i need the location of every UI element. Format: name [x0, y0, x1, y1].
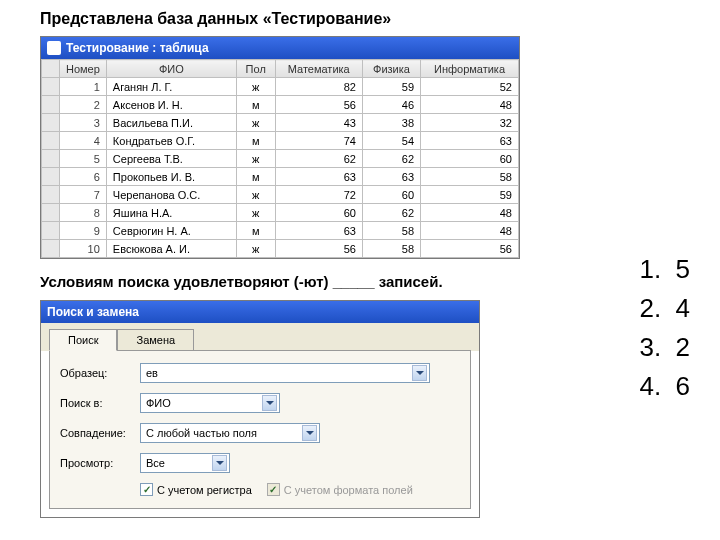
cell-info[interactable]: 48: [421, 96, 519, 114]
cell-math[interactable]: 72: [275, 186, 362, 204]
row-marker[interactable]: [42, 186, 60, 204]
table-row[interactable]: 7Черепанова О.С.ж726059: [42, 186, 519, 204]
cell-math[interactable]: 56: [275, 240, 362, 258]
row-marker[interactable]: [42, 168, 60, 186]
chevron-down-icon[interactable]: [412, 365, 427, 381]
table-row[interactable]: 4Кондратьев О.Г.м745463: [42, 132, 519, 150]
cell-info[interactable]: 32: [421, 114, 519, 132]
cell-info[interactable]: 52: [421, 78, 519, 96]
data-grid[interactable]: Номер ФИО Пол Математика Физика Информат…: [41, 59, 519, 258]
cell-number[interactable]: 2: [60, 96, 107, 114]
cell-math[interactable]: 62: [275, 150, 362, 168]
cell-sex[interactable]: м: [236, 168, 275, 186]
cell-sex[interactable]: м: [236, 96, 275, 114]
case-checkbox-wrap[interactable]: С учетом регистра: [140, 483, 252, 496]
tab-search[interactable]: Поиск: [49, 329, 117, 351]
question-text: Условиям поиска удовлетворяют (-ют) ____…: [40, 273, 680, 290]
row-marker[interactable]: [42, 96, 60, 114]
cell-fio[interactable]: Сергеева Т.В.: [106, 150, 236, 168]
cell-phys[interactable]: 58: [362, 240, 420, 258]
cell-sex[interactable]: ж: [236, 114, 275, 132]
cell-fio[interactable]: Васильева П.И.: [106, 114, 236, 132]
cell-fio[interactable]: Аксенов И. Н.: [106, 96, 236, 114]
cell-number[interactable]: 7: [60, 186, 107, 204]
cell-math[interactable]: 74: [275, 132, 362, 150]
cell-math[interactable]: 60: [275, 204, 362, 222]
searchin-select[interactable]: ФИО: [140, 393, 280, 413]
row-marker[interactable]: [42, 222, 60, 240]
cell-number[interactable]: 5: [60, 150, 107, 168]
cell-phys[interactable]: 62: [362, 204, 420, 222]
cell-phys[interactable]: 54: [362, 132, 420, 150]
cell-sex[interactable]: ж: [236, 78, 275, 96]
cell-number[interactable]: 3: [60, 114, 107, 132]
cell-phys[interactable]: 62: [362, 150, 420, 168]
cell-math[interactable]: 43: [275, 114, 362, 132]
col-sex[interactable]: Пол: [236, 60, 275, 78]
row-marker[interactable]: [42, 114, 60, 132]
tab-replace[interactable]: Замена: [117, 329, 194, 351]
cell-fio[interactable]: Прокопьев И. В.: [106, 168, 236, 186]
cell-phys[interactable]: 59: [362, 78, 420, 96]
cell-number[interactable]: 10: [60, 240, 107, 258]
cell-math[interactable]: 56: [275, 96, 362, 114]
cell-math[interactable]: 63: [275, 222, 362, 240]
table-row[interactable]: 1Аганян Л. Г.ж825952: [42, 78, 519, 96]
cell-phys[interactable]: 63: [362, 168, 420, 186]
cell-phys[interactable]: 60: [362, 186, 420, 204]
table-row[interactable]: 9Севрюгин Н. А.м635848: [42, 222, 519, 240]
cell-info[interactable]: 58: [421, 168, 519, 186]
col-math[interactable]: Математика: [275, 60, 362, 78]
view-select[interactable]: Все: [140, 453, 230, 473]
table-row[interactable]: 8Яшина Н.А.ж606248: [42, 204, 519, 222]
cell-phys[interactable]: 58: [362, 222, 420, 240]
cell-info[interactable]: 63: [421, 132, 519, 150]
cell-fio[interactable]: Кондратьев О.Г.: [106, 132, 236, 150]
row-marker[interactable]: [42, 240, 60, 258]
cell-info[interactable]: 60: [421, 150, 519, 168]
cell-math[interactable]: 82: [275, 78, 362, 96]
checkbox-icon[interactable]: [140, 483, 153, 496]
cell-sex[interactable]: м: [236, 132, 275, 150]
sample-input[interactable]: ев: [140, 363, 430, 383]
cell-fio[interactable]: Аганян Л. Г.: [106, 78, 236, 96]
cell-number[interactable]: 1: [60, 78, 107, 96]
cell-phys[interactable]: 38: [362, 114, 420, 132]
cell-fio[interactable]: Евсюкова А. И.: [106, 240, 236, 258]
cell-number[interactable]: 8: [60, 204, 107, 222]
cell-math[interactable]: 63: [275, 168, 362, 186]
cell-fio[interactable]: Яшина Н.А.: [106, 204, 236, 222]
table-row[interactable]: 3Васильева П.И.ж433832: [42, 114, 519, 132]
row-marker[interactable]: [42, 78, 60, 96]
table-row[interactable]: 6Прокопьев И. В.м636358: [42, 168, 519, 186]
table-row[interactable]: 10Евсюкова А. И.ж565856: [42, 240, 519, 258]
chevron-down-icon[interactable]: [302, 425, 317, 441]
cell-info[interactable]: 59: [421, 186, 519, 204]
cell-sex[interactable]: ж: [236, 150, 275, 168]
cell-sex[interactable]: ж: [236, 240, 275, 258]
row-marker[interactable]: [42, 132, 60, 150]
cell-number[interactable]: 9: [60, 222, 107, 240]
table-row[interactable]: 5Сергеева Т.В.ж626260: [42, 150, 519, 168]
cell-info[interactable]: 56: [421, 240, 519, 258]
col-number[interactable]: Номер: [60, 60, 107, 78]
row-marker[interactable]: [42, 150, 60, 168]
cell-fio[interactable]: Севрюгин Н. А.: [106, 222, 236, 240]
cell-number[interactable]: 4: [60, 132, 107, 150]
match-select[interactable]: С любой частью поля: [140, 423, 320, 443]
chevron-down-icon[interactable]: [212, 455, 227, 471]
cell-fio[interactable]: Черепанова О.С.: [106, 186, 236, 204]
cell-info[interactable]: 48: [421, 204, 519, 222]
cell-info[interactable]: 48: [421, 222, 519, 240]
cell-phys[interactable]: 46: [362, 96, 420, 114]
cell-number[interactable]: 6: [60, 168, 107, 186]
row-marker[interactable]: [42, 204, 60, 222]
cell-sex[interactable]: ж: [236, 186, 275, 204]
chevron-down-icon[interactable]: [262, 395, 277, 411]
col-info[interactable]: Информатика: [421, 60, 519, 78]
cell-sex[interactable]: м: [236, 222, 275, 240]
col-phys[interactable]: Физика: [362, 60, 420, 78]
col-fio[interactable]: ФИО: [106, 60, 236, 78]
cell-sex[interactable]: ж: [236, 204, 275, 222]
table-row[interactable]: 2Аксенов И. Н.м564648: [42, 96, 519, 114]
